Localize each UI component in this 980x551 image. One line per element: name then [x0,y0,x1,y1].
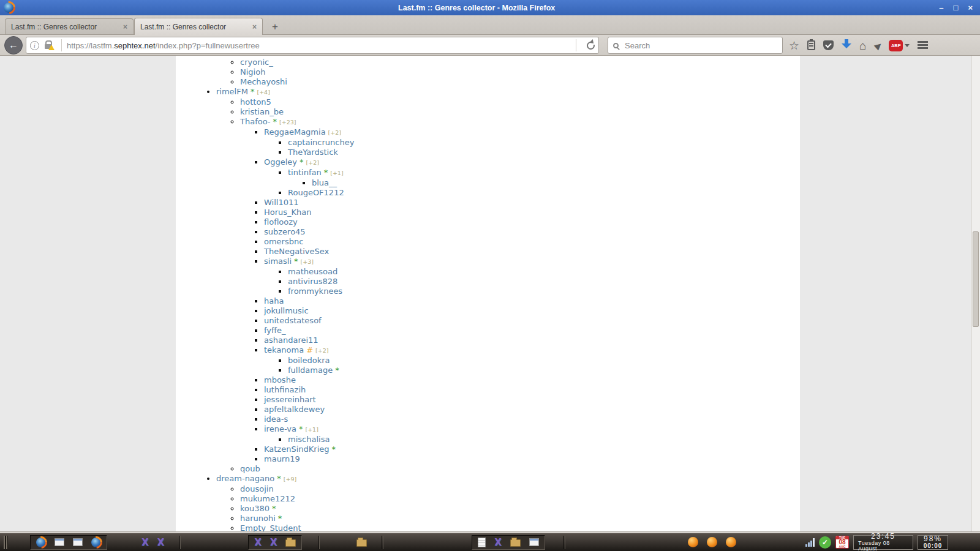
insecure-lock-warning-icon[interactable] [45,44,51,49]
folder-icon[interactable] [356,539,367,547]
user-link[interactable]: qoub [240,464,260,473]
user-link[interactable]: Mechayoshi [240,77,287,86]
search-input[interactable] [624,40,777,51]
window-icon[interactable] [55,538,64,546]
user-link[interactable]: simasli [264,257,292,266]
tab-close-icon[interactable]: × [123,23,127,31]
user-link[interactable]: Oggeley [264,157,297,167]
user-link[interactable]: harunohi [240,514,276,523]
user-link[interactable]: maurn19 [264,454,300,463]
tab-close-icon[interactable]: × [252,23,257,31]
taskbar-window-group[interactable] [356,535,367,550]
user-link[interactable]: rimelFM [216,87,248,96]
user-link[interactable]: Nigioh [240,67,265,77]
user-link[interactable]: cryonic_ [240,58,273,67]
user-link[interactable]: kristian_be [240,107,284,116]
folder-icon[interactable] [510,539,521,547]
user-link[interactable]: Will1011 [264,198,299,207]
x11-icon[interactable] [141,537,149,548]
user-link[interactable]: subzero45 [264,227,306,236]
vertical-scrollbar[interactable] [971,56,980,531]
user-link[interactable]: tintinfan [288,168,322,177]
notepad-icon[interactable] [478,538,486,547]
x11-icon[interactable] [494,537,502,548]
user-link[interactable]: ReggaeMagmia [264,127,326,137]
downloads-icon[interactable] [842,43,851,53]
user-link[interactable]: blua__ [312,178,337,187]
window-icon[interactable] [73,538,83,546]
maximize-button[interactable]: □ [954,0,959,15]
user-link[interactable]: matheusoad [288,267,337,276]
user-link[interactable]: TheNegativeSex [264,247,329,256]
window-icon[interactable] [529,538,539,546]
reload-icon[interactable] [587,42,595,50]
user-link[interactable]: jessereinhart [264,395,316,404]
user-link[interactable]: haha [264,296,284,305]
user-link[interactable]: fyffe_ [264,326,286,335]
user-link[interactable]: Horus_Khan [264,208,312,217]
user-link[interactable]: luthfinazih [264,385,306,394]
taskbar-window-group[interactable] [472,535,545,550]
user-link[interactable]: jokullmusic [264,306,309,315]
orb-icon[interactable] [726,537,736,547]
tab-genres-collector-2[interactable]: Last.fm :: Genres collector × [134,18,263,35]
network-signal-icon[interactable] [805,538,815,547]
user-link[interactable]: kou380 [240,504,270,513]
orb-icon[interactable] [688,537,698,547]
search-box[interactable] [608,37,783,54]
user-link[interactable]: idea-s [264,414,288,424]
user-link[interactable]: flofloozy [264,217,298,227]
user-link[interactable]: apfeltalkdewey [264,405,325,414]
minimize-button[interactable]: – [939,0,943,15]
folder-icon[interactable] [285,539,296,547]
send-tab-icon[interactable]: ▶ [872,39,884,51]
taskbar-window-group[interactable] [688,535,736,550]
firefox-icon[interactable] [91,538,101,547]
adblock-plus-icon[interactable]: ABP [889,40,903,51]
user-link[interactable]: frommyknees [288,287,342,296]
user-link[interactable]: boiledokra [288,356,330,365]
scrollbar-thumb[interactable] [973,231,979,326]
x11-icon[interactable] [157,537,165,548]
pocket-icon[interactable] [823,40,834,50]
user-link[interactable]: KatzenSindKrieg [264,444,330,454]
adblock-plus-button[interactable]: ABP [889,40,910,51]
taskbar-grip[interactable] [4,536,8,549]
new-tab-button[interactable]: + [268,20,282,34]
taskbar-window-group[interactable] [248,535,302,550]
taskbar-window-group[interactable] [30,535,107,550]
user-link[interactable]: dream-nagano [216,474,274,483]
user-link[interactable]: tekanoma [264,345,304,354]
user-link[interactable]: RougeOF1212 [288,188,344,197]
user-link[interactable]: dousojin [240,484,274,493]
user-link[interactable]: omersbnc [264,237,303,246]
user-link[interactable]: Empty_Student [240,523,301,531]
page-info-icon[interactable]: i [30,41,39,50]
user-link[interactable]: hotton5 [240,97,271,107]
clock-applet[interactable]: 23:45 Tuesday 08 August [853,535,913,550]
bookmarks-clipboard-icon[interactable] [807,40,815,50]
back-button[interactable]: ← [4,36,23,54]
home-icon[interactable]: ⌂ [859,40,866,51]
user-link[interactable]: antivirus828 [288,277,337,286]
user-link[interactable]: TheYardstick [288,148,338,157]
orb-icon[interactable] [707,537,717,547]
x11-icon[interactable] [270,537,277,548]
chevron-down-icon[interactable] [905,44,910,47]
user-link[interactable]: Thafoo- [240,117,271,126]
calendar-icon[interactable]: TUE 08 AUG [835,536,849,549]
firefox-icon[interactable] [36,538,46,547]
user-link[interactable]: irene-va [264,424,296,433]
x11-icon[interactable] [254,537,262,548]
skype-status-icon[interactable] [819,536,831,549]
user-link[interactable]: captaincrunchey [288,138,354,147]
bookmark-star-icon[interactable]: ☆ [789,40,799,51]
url-bar[interactable]: i https://lastfm.sephtex.net/index.php?p… [26,37,599,54]
user-link[interactable]: ashandarei11 [264,335,318,345]
user-link[interactable]: mischalisa [288,435,330,444]
close-button[interactable]: × [968,0,973,15]
user-link[interactable]: mukume1212 [240,494,295,503]
battery-applet[interactable]: 98% 00:00 [918,535,948,550]
user-link[interactable]: mboshe [264,375,296,384]
user-link[interactable]: unitedstatesof [264,316,322,325]
